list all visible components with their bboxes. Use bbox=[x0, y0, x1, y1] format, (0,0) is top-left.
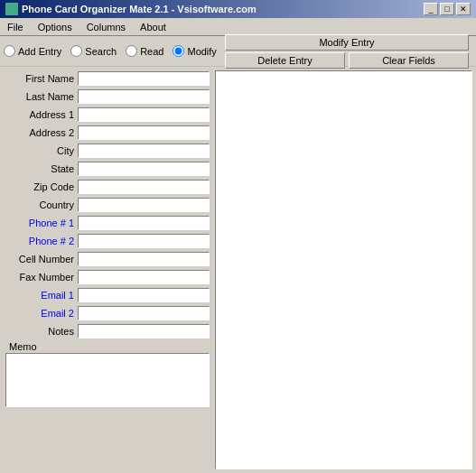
menu-file[interactable]: File bbox=[4, 21, 27, 33]
label-address-2: Address 2 bbox=[5, 127, 78, 138]
read-input[interactable] bbox=[126, 45, 137, 57]
form-row-state: State bbox=[5, 161, 210, 177]
label-first-name: First Name bbox=[5, 73, 78, 84]
add-entry-radio[interactable]: Add Entry bbox=[4, 45, 61, 57]
label-last-name: Last Name bbox=[5, 91, 78, 102]
input-zip-code[interactable] bbox=[78, 180, 210, 194]
label-state: State bbox=[5, 163, 78, 174]
add-entry-input[interactable] bbox=[4, 45, 15, 57]
input-address-2[interactable] bbox=[78, 125, 210, 140]
memo-row: Memo bbox=[5, 341, 210, 407]
label-cell-number: Cell Number bbox=[5, 254, 78, 264]
close-button[interactable]: ✕ bbox=[456, 3, 471, 15]
modify-entry-button[interactable]: Modify Entry bbox=[225, 34, 469, 51]
label-fax-number: Fax Number bbox=[5, 272, 78, 283]
search-input-radio[interactable] bbox=[70, 45, 82, 57]
window-title: Phone Card Organizer Mate 2.1 - Vsisoftw… bbox=[22, 4, 257, 14]
form-row-address-1: Address 1 bbox=[5, 107, 210, 123]
input-email-2[interactable] bbox=[78, 306, 210, 320]
input-notes[interactable] bbox=[78, 324, 210, 339]
modify-input[interactable] bbox=[173, 45, 184, 57]
form-row-country: Country bbox=[5, 197, 210, 213]
input-cell-number[interactable] bbox=[78, 252, 210, 266]
modify-radio[interactable]: Modify bbox=[173, 45, 216, 57]
form-panel: First NameLast NameAddress 1Address 2Cit… bbox=[0, 67, 215, 473]
menu-columns[interactable]: Columns bbox=[83, 21, 129, 33]
form-row-notes: Notes bbox=[5, 323, 210, 339]
form-row-address-2: Address 2 bbox=[5, 125, 210, 141]
label-notes: Notes bbox=[5, 326, 78, 337]
input-state[interactable] bbox=[78, 162, 210, 176]
memo-label: Memo bbox=[5, 341, 37, 352]
mode-radio-group: Add Entry Search Read Modify bbox=[4, 45, 217, 57]
search-radio[interactable]: Search bbox=[70, 45, 117, 57]
memo-textarea[interactable] bbox=[5, 353, 210, 407]
input-email-1[interactable] bbox=[78, 288, 210, 302]
app-icon bbox=[5, 3, 18, 15]
input-first-name[interactable] bbox=[78, 71, 210, 86]
label-address-1: Address 1 bbox=[5, 109, 78, 120]
menu-about[interactable]: About bbox=[136, 21, 170, 33]
right-panel bbox=[215, 70, 472, 469]
label-country: Country bbox=[5, 199, 78, 210]
form-row-first-name: First Name bbox=[5, 70, 210, 87]
form-row-phone-#-2: Phone # 2 bbox=[5, 233, 210, 249]
menu-options[interactable]: Options bbox=[34, 21, 76, 33]
delete-entry-button[interactable]: Delete Entry bbox=[225, 52, 345, 69]
label-email-2: Email 2 bbox=[5, 308, 78, 319]
clear-fields-button[interactable]: Clear Fields bbox=[349, 52, 469, 69]
label-zip-code: Zip Code bbox=[5, 181, 78, 192]
form-row-email-2: Email 2 bbox=[5, 305, 210, 321]
input-city[interactable] bbox=[78, 144, 210, 158]
input-fax-number[interactable] bbox=[78, 270, 210, 284]
minimize-button[interactable]: _ bbox=[424, 3, 438, 15]
input-address-1[interactable] bbox=[78, 107, 210, 122]
form-row-zip-code: Zip Code bbox=[5, 179, 210, 195]
maximize-button[interactable]: □ bbox=[440, 3, 454, 15]
label-phone-#-2: Phone # 2 bbox=[5, 236, 78, 246]
title-bar: Phone Card Organizer Mate 2.1 - Vsisoftw… bbox=[0, 0, 476, 18]
form-row-fax-number: Fax Number bbox=[5, 269, 210, 285]
read-radio[interactable]: Read bbox=[126, 45, 163, 57]
input-country[interactable] bbox=[78, 198, 210, 212]
form-row-city: City bbox=[5, 143, 210, 159]
input-phone-#-2[interactable] bbox=[78, 234, 210, 248]
form-row-last-name: Last Name bbox=[5, 88, 210, 105]
label-email-1: Email 1 bbox=[5, 290, 78, 301]
label-city: City bbox=[5, 145, 78, 156]
form-row-cell-number: Cell Number bbox=[5, 251, 210, 267]
input-last-name[interactable] bbox=[78, 89, 210, 104]
input-phone-#-1[interactable] bbox=[78, 216, 210, 230]
form-row-phone-#-1: Phone # 1 bbox=[5, 215, 210, 231]
form-row-email-1: Email 1 bbox=[5, 287, 210, 303]
label-phone-#-1: Phone # 1 bbox=[5, 218, 78, 228]
